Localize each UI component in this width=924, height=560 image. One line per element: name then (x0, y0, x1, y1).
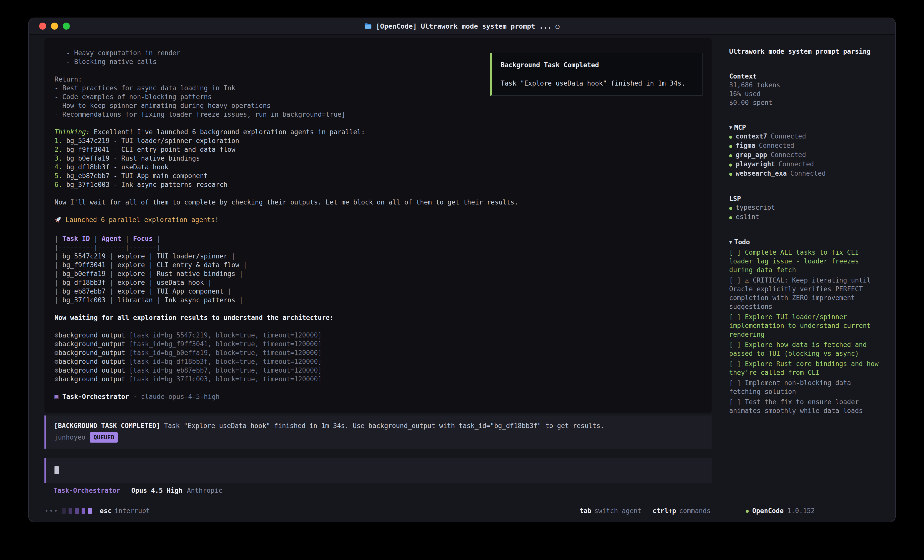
progress-block (88, 508, 92, 514)
rocket-icon (54, 216, 62, 226)
mcp-item: ●grep_appConnected (729, 151, 880, 160)
minimize-button[interactable] (51, 22, 58, 30)
queued-badge: QUEUED (90, 432, 118, 443)
todo-section: ▼Todo [ ] Complete ALL tasks to fix CLI … (729, 238, 880, 415)
terminal-line (54, 322, 702, 331)
left-key-hints: escinterrupt (94, 507, 150, 515)
terminal-line: ⚙background_output [task_id=bg_f9ff3041,… (54, 340, 702, 349)
lsp-name: typescript (736, 203, 775, 212)
key-action: switch agent (594, 507, 642, 515)
main-panel: - Heavy computation in render - Blocking… (28, 34, 712, 500)
mcp-status: Connected (759, 141, 794, 150)
connected-dot-icon: ● (729, 213, 732, 222)
brand-name: OpenCode (752, 507, 784, 515)
activity-dots-icon: ∙∙∙ (45, 507, 58, 514)
terminal-line: | Task ID | Agent | Focus | (54, 234, 702, 243)
todo-item: [ ] ⚠ CRITICAL: Keep iterating until Ora… (729, 276, 880, 311)
titlebar: [OpenCode] Ultrawork mode system prompt … (28, 18, 896, 34)
terminal-lines: - Heavy computation in render - Blocking… (54, 49, 702, 401)
mcp-section: ▼MCP ●context7Connected●figmaConnected●g… (729, 123, 880, 178)
connected-dot-icon: ● (729, 169, 732, 178)
todo-heading-label: Todo (734, 238, 750, 246)
lsp-item: ●eslint (729, 213, 880, 222)
terminal-line (54, 226, 702, 234)
zoom-button[interactable] (63, 22, 70, 30)
todo-item: [ ] Complete ALL tasks to fix CLI loader… (729, 248, 880, 274)
toast-title: Background Task Completed (501, 61, 693, 69)
terminal-line: ▣ Task-Orchestrator · claude-opus-4-5-hi… (54, 392, 702, 401)
terminal-line (54, 207, 702, 216)
terminal-line: - How to keep spinner animating during h… (54, 101, 702, 110)
terminal-line: ⚙background_output [task_id=bg_df18bb3f,… (54, 357, 702, 366)
todo-list: [ ] Complete ALL tasks to fix CLI loader… (729, 248, 880, 415)
key-hint: escinterrupt (100, 507, 150, 515)
window-title-text: [OpenCode] Ultrawork mode system prompt … (376, 22, 551, 30)
terminal-line: |---------|-------|-------| (54, 243, 702, 252)
mcp-status: Connected (790, 169, 826, 178)
window-controls (28, 22, 70, 30)
todo-heading[interactable]: ▼Todo (729, 238, 880, 247)
connected-dot-icon: ● (729, 151, 732, 160)
status-dot-icon: ● (746, 508, 749, 514)
chevron-down-icon: ▼ (729, 124, 732, 130)
agent-name[interactable]: Task-Orchestrator (54, 487, 120, 494)
app-window: [OpenCode] Ultrawork mode system prompt … (28, 18, 896, 523)
mcp-status: Connected (771, 132, 806, 141)
terminal-line (54, 119, 702, 128)
terminal-line: | bg_df18bb3f | explore | useData hook | (54, 278, 702, 287)
terminal-line: Launched 6 parallel exploration agents! (54, 216, 702, 226)
banner-meta-line: junhoyeo QUEUED (54, 432, 704, 443)
todo-item: [ ] Implement non-blocking data fetching… (729, 379, 880, 396)
mcp-name: figma (736, 141, 755, 150)
terminal-line: 5. bg_eb87ebb7 - TUI App main component (54, 172, 702, 180)
todo-item: [ ] Explore TUI loader/spinner implement… (729, 313, 880, 339)
mcp-item: ●figmaConnected (729, 141, 880, 151)
terminal-line: | bg_37f1c003 | librarian | Ink async pa… (54, 296, 702, 305)
todo-item: [ ] Explore how data is fetched and pass… (729, 340, 880, 358)
terminal-line: Thinking: Excellent! I've launched 6 bac… (54, 128, 702, 136)
terminal-line (54, 305, 702, 313)
mcp-name: context7 (736, 132, 767, 141)
lsp-name: eslint (736, 213, 759, 221)
status-left: ∙∙∙ escinterrupt (45, 507, 150, 515)
terminal-line: 2. bg_f9ff3041 - CLI entry point and dat… (54, 145, 702, 154)
terminal-output: - Heavy computation in render - Blocking… (45, 38, 712, 413)
prompt-input[interactable] (45, 458, 712, 483)
text-cursor (54, 466, 59, 474)
terminal-line (54, 383, 702, 392)
context-heading: Context (729, 72, 880, 81)
terminal-line: | bg_eb87ebb7 | explore | TUI App compon… (54, 287, 702, 296)
mcp-item: ●playwrightConnected (729, 160, 880, 169)
progress-block (62, 508, 66, 514)
key-name: ctrl+p (652, 507, 676, 515)
background-completed-message: [BACKGROUND TASK COMPLETED] Task "Explor… (45, 415, 712, 449)
mcp-name: grep_app (736, 151, 767, 159)
close-button[interactable] (39, 22, 46, 30)
mcp-status: Connected (778, 160, 814, 169)
model-name[interactable]: Opus 4.5 High (131, 487, 183, 494)
provider-name: Anthropic (187, 487, 222, 494)
context-section: Context 31,686 tokens16% used$0.00 spent (729, 72, 880, 107)
toast-body: Task "Explore useData hook" finished in … (501, 79, 693, 88)
terminal-line: | bg_b0effa19 | explore | Rust native bi… (54, 270, 702, 278)
session-title: Ultrawork mode system prompt parsing (729, 47, 880, 56)
terminal-line: 6. bg_37f1c003 - Ink async patterns rese… (54, 180, 702, 189)
version-number: 1.0.152 (787, 507, 815, 515)
banner-user: junhoyeo (54, 433, 86, 442)
todo-item: [ ] Test the fix to ensure loader animat… (729, 398, 880, 415)
context-stat: $0.00 spent (729, 98, 880, 107)
lsp-section: LSP ●typescript●eslint (729, 195, 880, 222)
key-name: tab (579, 507, 591, 515)
mcp-item: ●websearch_exaConnected (729, 169, 880, 178)
mcp-item: ●context7Connected (729, 132, 880, 141)
todo-item: [ ] Explore Rust core bindings and how t… (729, 359, 880, 377)
connected-dot-icon: ● (729, 204, 732, 213)
progress-block (69, 508, 72, 514)
content-area: - Heavy computation in render - Blocking… (28, 34, 896, 500)
key-hint: tabswitch agent (579, 507, 642, 515)
terminal-line (54, 189, 702, 198)
sidebar-body: Ultrawork mode system prompt parsing Con… (729, 47, 880, 415)
mcp-list: ●context7Connected●figmaConnected●grep_a… (729, 132, 880, 178)
terminal-line: ⚙background_output [task_id=bg_5547c219,… (54, 331, 702, 340)
mcp-heading[interactable]: ▼MCP (729, 123, 880, 132)
